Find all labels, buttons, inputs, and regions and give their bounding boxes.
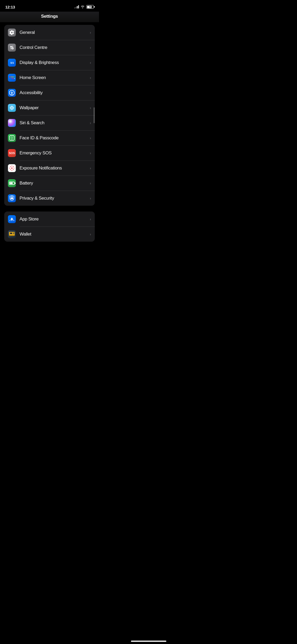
- svg-point-5: [12, 91, 12, 92]
- settings-item-face-id[interactable]: Face ID & Passcode ›: [4, 130, 95, 145]
- status-time: 12:13: [5, 5, 15, 9]
- svg-point-13: [11, 137, 11, 137]
- battery-label: Battery: [20, 181, 89, 186]
- status-icons: 75: [74, 5, 94, 9]
- settings-item-general[interactable]: General ›: [4, 25, 95, 40]
- exposure-label: Exposure Notifications: [20, 165, 89, 171]
- general-icon: [8, 29, 16, 36]
- accessibility-label: Accessibility: [20, 90, 89, 95]
- svg-point-14: [12, 137, 13, 137]
- svg-point-7: [11, 107, 13, 109]
- face-id-label: Face ID & Passcode: [20, 135, 89, 141]
- app-store-icon: [8, 215, 16, 223]
- home-screen-chevron: ›: [90, 76, 91, 80]
- exposure-icon: [8, 164, 16, 172]
- display-brightness-icon: AA: [8, 59, 16, 67]
- wallpaper-label: Wallpaper: [20, 105, 89, 111]
- wallet-chevron: ›: [90, 232, 91, 236]
- emergency-sos-icon: SOS: [8, 149, 16, 157]
- settings-item-wallpaper[interactable]: Wallpaper ›: [4, 100, 95, 115]
- wallet-icon: [8, 230, 16, 238]
- settings-item-siri-search[interactable]: Siri & Search ›: [4, 115, 95, 130]
- battery-icon: [8, 179, 16, 187]
- wifi-icon: [81, 5, 85, 9]
- svg-point-21: [13, 169, 14, 170]
- emergency-sos-chevron: ›: [90, 151, 91, 155]
- control-centre-chevron: ›: [90, 45, 91, 50]
- accessibility-icon: [8, 89, 16, 97]
- control-centre-icon: [8, 44, 16, 52]
- wallet-label: Wallet: [20, 232, 89, 237]
- svg-rect-12: [10, 136, 14, 140]
- control-centre-label: Control Centre: [20, 45, 89, 50]
- nav-header: Settings: [0, 12, 99, 22]
- home-screen-icon: [8, 74, 16, 82]
- system-settings-group: General › Control Centre ›: [4, 25, 95, 206]
- svg-point-23: [10, 169, 11, 170]
- svg-point-18: [10, 168, 10, 168]
- emergency-sos-label: Emergency SOS: [20, 150, 89, 156]
- settings-item-app-store[interactable]: App Store ›: [4, 211, 95, 227]
- settings-item-emergency-sos[interactable]: SOS Emergency SOS ›: [4, 145, 95, 160]
- privacy-chevron: ›: [90, 196, 91, 200]
- page-title: Settings: [41, 14, 58, 19]
- settings-item-battery[interactable]: Battery ›: [4, 176, 95, 191]
- siri-search-label: Siri & Search: [20, 120, 89, 126]
- svg-point-17: [12, 170, 12, 171]
- home-screen-label: Home Screen: [20, 75, 89, 80]
- wallpaper-chevron: ›: [90, 106, 91, 110]
- app-store-chevron: ›: [90, 217, 91, 221]
- settings-item-display-brightness[interactable]: AA Display & Brightness ›: [4, 55, 95, 70]
- settings-item-home-screen[interactable]: Home Screen ›: [4, 70, 95, 85]
- exposure-chevron: ›: [90, 166, 91, 170]
- svg-point-6: [10, 106, 13, 109]
- face-id-chevron: ›: [90, 136, 91, 140]
- accessibility-chevron: ›: [90, 91, 91, 95]
- display-brightness-chevron: ›: [90, 61, 91, 65]
- svg-point-20: [10, 166, 11, 167]
- siri-search-chevron: ›: [90, 121, 91, 125]
- display-brightness-label: Display & Brightness: [20, 60, 89, 65]
- app-store-label: App Store: [20, 217, 89, 222]
- svg-point-15: [11, 167, 13, 169]
- main-content: General › Control Centre ›: [0, 22, 99, 253]
- svg-point-16: [12, 165, 12, 166]
- general-chevron: ›: [90, 30, 91, 35]
- wallpaper-icon: [8, 104, 16, 112]
- svg-point-22: [13, 166, 14, 167]
- status-bar: 12:13 75: [0, 0, 99, 12]
- siri-icon: [8, 119, 16, 127]
- signal-icon: [74, 5, 79, 8]
- settings-item-exposure[interactable]: Exposure Notifications ›: [4, 160, 95, 176]
- privacy-icon: [8, 194, 16, 202]
- battery-percentage: 75: [89, 6, 91, 8]
- face-id-icon: [8, 134, 16, 142]
- settings-item-accessibility[interactable]: Accessibility ›: [4, 85, 95, 100]
- svg-point-19: [14, 168, 15, 168]
- battery-chevron: ›: [90, 181, 91, 185]
- battery-status-icon: 75: [86, 5, 94, 9]
- settings-item-wallet[interactable]: Wallet ›: [4, 227, 95, 242]
- svg-rect-1: [10, 48, 12, 49]
- privacy-label: Privacy & Security: [20, 196, 89, 201]
- general-label: General: [20, 30, 89, 35]
- svg-point-0: [10, 46, 12, 48]
- settings-item-privacy[interactable]: Privacy & Security ›: [4, 191, 95, 206]
- settings-item-control-centre[interactable]: Control Centre ›: [4, 40, 95, 55]
- apps-settings-group: App Store ›: [4, 211, 95, 242]
